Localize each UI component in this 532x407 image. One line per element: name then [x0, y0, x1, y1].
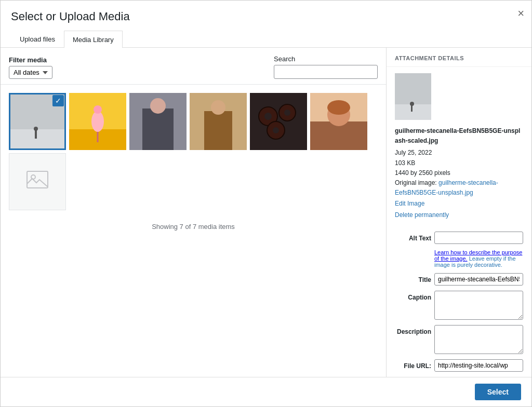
svg-point-15 [211, 100, 225, 115]
svg-point-3 [34, 127, 38, 131]
attachment-preview [387, 67, 531, 126]
attachment-size: 103 KB [395, 158, 523, 168]
alt-text-label: Alt Text [395, 232, 431, 242]
attachment-thumbnail [395, 73, 431, 120]
alt-text-help: Learn how to describe the purpose of the… [434, 249, 523, 268]
media-area: Filter media All dates Search [1, 48, 386, 377]
select-button[interactable]: Select [475, 384, 521, 400]
svg-point-7 [94, 105, 102, 114]
alt-text-row: Alt Text [395, 232, 523, 244]
attachment-dimensions: 1440 by 2560 pixels [395, 168, 523, 178]
svg-point-26 [327, 100, 350, 115]
media-modal: Select or Upload Media × Upload files Me… [0, 0, 532, 407]
description-label: Description [395, 325, 431, 335]
attachment-info: guilherme-stecanella-EefsBN5B5GE-unsplas… [387, 126, 531, 226]
close-button[interactable]: × [517, 8, 524, 19]
selected-checkmark: ✓ [52, 95, 64, 106]
media-item[interactable] [190, 93, 247, 150]
attachment-edit-link[interactable]: Edit Image [395, 199, 523, 209]
modal-header: Select or Upload Media × Upload files Me… [1, 1, 531, 48]
svg-rect-11 [142, 108, 174, 150]
file-url-label: File URL: [395, 359, 431, 370]
svg-rect-30 [395, 104, 431, 120]
attachment-date: July 25, 2022 [395, 148, 523, 158]
attachment-original: Original image: guilherme-stecanella-Eef… [395, 178, 523, 198]
filter-label: Filter media [9, 56, 52, 64]
tabs-container: Upload files Media Library [11, 31, 521, 47]
filter-section: Filter media All dates [9, 56, 52, 79]
attachment-fields: Alt Text Learn how to describe the purpo… [387, 226, 531, 377]
svg-point-32 [410, 102, 414, 106]
svg-point-22 [273, 127, 279, 133]
title-row: Title [395, 273, 523, 286]
media-grid-container[interactable]: ✓ [1, 84, 386, 377]
attachment-delete-link[interactable]: Delete permanently [395, 210, 523, 220]
modal-body: Filter media All dates Search [1, 48, 531, 377]
file-url-input[interactable] [434, 359, 523, 372]
media-item[interactable] [250, 93, 307, 150]
search-section: Search [274, 55, 378, 79]
caption-row: Caption [395, 291, 523, 320]
search-input[interactable] [274, 65, 378, 79]
placeholder-icon [25, 167, 50, 197]
attachment-details-header: ATTACHMENT DETAILS [387, 48, 531, 67]
svg-rect-27 [27, 171, 48, 188]
description-row: Description [395, 325, 523, 354]
media-item-placeholder[interactable] [9, 153, 66, 210]
tab-media-library[interactable]: Media Library [64, 31, 123, 48]
media-item[interactable] [310, 93, 367, 150]
svg-point-18 [264, 113, 272, 120]
title-input[interactable] [434, 273, 523, 286]
alt-text-input[interactable] [434, 232, 523, 244]
description-input[interactable] [434, 325, 523, 354]
media-item[interactable] [69, 93, 126, 150]
tab-upload-files[interactable]: Upload files [11, 31, 64, 47]
svg-rect-14 [204, 111, 232, 150]
media-count: Showing 7 of 7 media items [9, 219, 378, 239]
attachment-filename: guilherme-stecanella-EefsBN5B5GE-unsplas… [395, 126, 523, 146]
svg-rect-2 [35, 130, 37, 139]
svg-point-12 [150, 98, 166, 114]
svg-point-20 [284, 110, 290, 116]
toolbar: Filter media All dates Search [1, 48, 386, 84]
title-label: Title [395, 273, 431, 283]
filter-select[interactable]: All dates [9, 66, 52, 79]
caption-input[interactable] [434, 291, 523, 320]
modal-footer: Select [1, 377, 531, 406]
search-label: Search [274, 55, 378, 63]
svg-rect-31 [411, 105, 413, 112]
media-grid: ✓ [9, 85, 378, 219]
modal-title: Select or Upload Media [11, 10, 521, 23]
media-item[interactable]: ✓ [9, 93, 66, 150]
attachment-sidebar: ATTACHMENT DETAILS guilherme-stecanella-… [386, 48, 531, 377]
file-url-row: File URL: [395, 359, 523, 372]
caption-label: Caption [395, 291, 431, 301]
media-item[interactable] [129, 93, 187, 150]
svg-rect-1 [9, 129, 66, 150]
